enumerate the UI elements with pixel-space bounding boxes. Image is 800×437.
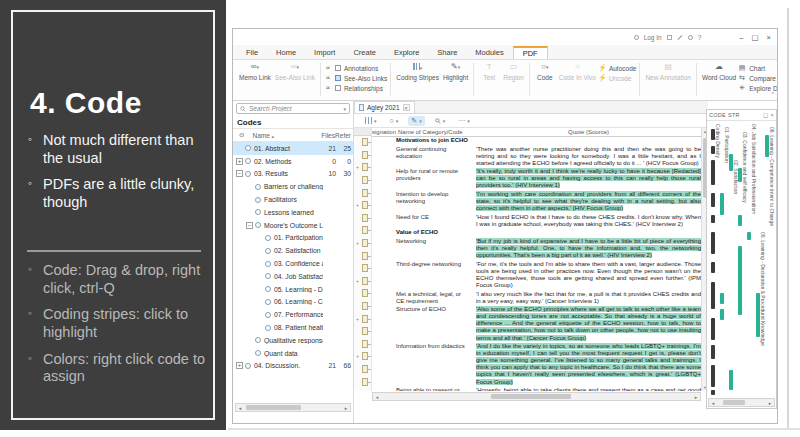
code-row[interactable]: 06. Learning - Com (233, 296, 353, 309)
code-stripe[interactable] (720, 309, 724, 320)
expand-icon[interactable]: + (236, 362, 243, 369)
strip-item[interactable]: + (354, 350, 371, 363)
strip-item[interactable]: + (354, 161, 371, 174)
code-row[interactable]: 04. Job Satisfaction (233, 270, 353, 283)
code-stripe[interactable] (729, 370, 733, 389)
code-stripe[interactable] (729, 154, 733, 171)
checkbox[interactable] (335, 65, 341, 71)
checkbox-row-relationships[interactable]: ∝Relationships (324, 84, 387, 92)
checkbox-row-see-also-links[interactable]: ∝See-Also Links (324, 74, 387, 82)
collapse-icon[interactable]: − (246, 222, 253, 229)
code-row[interactable]: 03. Confidence and (233, 257, 353, 270)
search-input[interactable]: Search Project ▾ (236, 103, 350, 114)
ribbon-tab-file[interactable]: File (237, 46, 267, 59)
codes-horizontal-scrollbar[interactable]: ◂ ▸ (235, 403, 351, 412)
coding-density-stripe[interactable] (711, 146, 715, 154)
pin-icon[interactable]: ▢ (763, 112, 769, 118)
coding-density-stripe[interactable] (711, 282, 715, 310)
memo-link-button[interactable]: ∞▾ Memo Link (237, 62, 273, 97)
code-button[interactable]: ○▾ Code (533, 62, 557, 97)
autocode-button[interactable]: ⚡ Autocode (598, 64, 636, 72)
login-button[interactable]: Log In (644, 34, 662, 41)
code-row[interactable]: 05. Learning - Decl (233, 283, 353, 296)
pdf-horizontal-scrollbar[interactable]: ◂ ▸ (372, 392, 701, 401)
coding-density-stripe[interactable] (711, 129, 715, 140)
code-stripe[interactable] (738, 168, 742, 182)
stripes-horizontal-scrollbar[interactable]: ◂ ▸ (708, 398, 775, 407)
code-row[interactable]: +04. Discussion.2166 (233, 360, 353, 373)
coding-density-stripe[interactable] (711, 345, 715, 359)
search-dropdown-icon[interactable]: ▾ (343, 106, 346, 112)
code-stripe[interactable] (720, 193, 724, 215)
view-options-button[interactable]: ▾ (362, 116, 380, 125)
strip-item[interactable]: + (354, 237, 371, 250)
code-stripe[interactable] (738, 215, 742, 226)
ribbon-tab-import[interactable]: Import (305, 46, 344, 59)
pdf-page-content[interactable]: Motivations to join ECHOGeneral continui… (372, 137, 701, 391)
strip-item[interactable] (354, 300, 371, 313)
coding-density-stripe[interactable] (711, 365, 715, 387)
close-button[interactable]: × (767, 33, 771, 42)
new-annotation-button[interactable]: ▤ New Annotation (643, 62, 693, 97)
coding-density-stripe[interactable] (711, 215, 715, 223)
code-stripe[interactable] (765, 135, 769, 157)
strip-item[interactable] (354, 262, 371, 275)
strip-item[interactable] (354, 249, 371, 262)
text-select-button[interactable]: T Text (477, 62, 501, 97)
strip-item[interactable] (354, 325, 371, 338)
see-also-link-button[interactable]: ∞▾ See-Also Link (273, 62, 317, 97)
code-in-vivo-button[interactable]: ○ Code In Vivo (557, 62, 598, 97)
strip-item[interactable] (354, 186, 371, 199)
ribbon-tab-home[interactable]: Home (267, 46, 305, 59)
coding-density-stripe[interactable] (711, 232, 715, 254)
code-row[interactable]: Quant data (233, 347, 353, 360)
checkbox[interactable] (335, 75, 341, 81)
checkbox-row-annotations[interactable]: ∝Annotations (324, 64, 387, 72)
region-select-button[interactable]: ▭ Region (501, 62, 526, 97)
code-row[interactable]: −Moore's Outcome Leve (233, 219, 353, 232)
word-cloud-button[interactable]: ☁ Word Cloud (700, 62, 738, 97)
codes-column-header[interactable]: ⊙ Name ▴ Files Refer (233, 129, 353, 142)
coding-density-stripe[interactable] (711, 160, 715, 185)
coding-density-stripe[interactable] (711, 390, 715, 396)
ribbon-tab-modules[interactable]: Modules (466, 46, 512, 59)
stripes-close-icon[interactable]: × (770, 112, 774, 118)
code-stripe[interactable] (738, 246, 742, 315)
quick-code-button[interactable]: ○▾ (387, 116, 402, 125)
uncode-button[interactable]: ⚡ Uncode (598, 74, 636, 82)
strip-item[interactable]: + (354, 275, 371, 288)
highlight-mode-button[interactable]: ✎▾ (408, 116, 424, 126)
document-tab[interactable]: Agley 2021 × (354, 101, 415, 113)
code-row[interactable]: 07. Performance (p (233, 308, 353, 321)
strip-item[interactable] (354, 149, 371, 162)
code-row[interactable]: Qualitative responses (233, 334, 353, 347)
code-row[interactable]: 01. Participation (233, 232, 353, 245)
code-row[interactable]: Facilitators (233, 193, 353, 206)
strip-item[interactable] (354, 136, 371, 149)
minimize-button[interactable]: – (739, 33, 743, 42)
code-stripe[interactable] (756, 293, 760, 337)
strip-item[interactable] (354, 212, 371, 225)
ribbon-tab-create[interactable]: Create (344, 46, 385, 59)
coding-density-stripe[interactable] (711, 318, 715, 340)
zoom-slider-icon[interactable] (677, 35, 682, 40)
ribbon-tab-explore[interactable]: Explore (385, 46, 428, 59)
strip-item[interactable] (354, 338, 371, 351)
code-row[interactable]: 01. Abstract2125 (233, 142, 353, 155)
collapse-ribbon-button[interactable]: ^ (771, 91, 774, 97)
strip-item[interactable]: + (354, 312, 371, 325)
ribbon-tab-share[interactable]: Share (428, 46, 466, 59)
expand-icon[interactable]: + (236, 158, 243, 165)
strip-item[interactable] (354, 174, 371, 187)
strip-item[interactable] (354, 224, 371, 237)
code-stripe[interactable] (747, 232, 751, 240)
strip-item[interactable]: + (354, 199, 371, 212)
compare-with-button[interactable]: ⇆ Compare With (738, 74, 777, 82)
zoom-level-icon[interactable] (688, 35, 693, 40)
collapse-icon[interactable]: − (236, 170, 243, 177)
undo-icon[interactable] (667, 35, 672, 40)
strip-item[interactable] (354, 375, 371, 388)
ribbon-tab-pdf[interactable]: PDF (513, 46, 548, 59)
strip-item[interactable] (354, 287, 371, 300)
highlight-button[interactable]: ✎▾ Highlight (441, 62, 470, 97)
